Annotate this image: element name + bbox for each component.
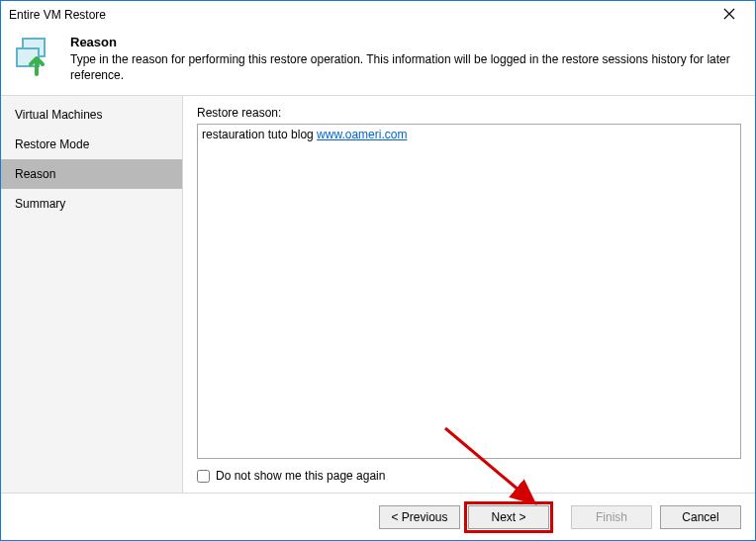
wizard-body: Virtual MachinesRestore ModeReasonSummar…: [1, 95, 755, 493]
wizard-main-panel: Restore reason: restauration tuto blog w…: [183, 96, 755, 493]
wizard-header: Reason Type in the reason for performing…: [1, 29, 755, 95]
titlebar: Entire VM Restore: [1, 1, 755, 29]
step-description: Type in the reason for performing this r…: [70, 51, 743, 83]
dont-show-again-checkbox[interactable]: [197, 470, 210, 483]
wizard-steps-sidebar: Virtual MachinesRestore ModeReasonSummar…: [1, 96, 183, 493]
close-button[interactable]: [709, 3, 749, 27]
dont-show-again-row[interactable]: Do not show me this page again: [197, 469, 741, 483]
reason-text: restauration tuto blog: [202, 128, 317, 141]
close-icon: [723, 7, 735, 23]
restore-wizard-window: Entire VM Restore Reason Type in the rea…: [0, 0, 756, 541]
restore-vm-icon: [15, 35, 58, 78]
finish-button[interactable]: Finish: [571, 505, 652, 529]
wizard-header-text: Reason Type in the reason for performing…: [70, 35, 743, 83]
cancel-button[interactable]: Cancel: [660, 505, 741, 529]
wizard-step[interactable]: Virtual Machines: [1, 100, 182, 130]
previous-button[interactable]: < Previous: [379, 505, 460, 529]
reason-link[interactable]: www.oameri.com: [317, 128, 407, 141]
dont-show-again-label: Do not show me this page again: [216, 469, 385, 483]
wizard-step[interactable]: Restore Mode: [1, 130, 182, 159]
reason-textarea[interactable]: restauration tuto blog www.oameri.com: [197, 124, 741, 459]
wizard-footer: < Previous Next > Finish Cancel: [1, 493, 755, 540]
window-title: Entire VM Restore: [9, 8, 709, 22]
step-title: Reason: [70, 35, 743, 49]
reason-field-label: Restore reason:: [197, 106, 741, 120]
wizard-step[interactable]: Reason: [1, 159, 182, 189]
next-button[interactable]: Next >: [468, 505, 549, 529]
wizard-step[interactable]: Summary: [1, 189, 182, 219]
